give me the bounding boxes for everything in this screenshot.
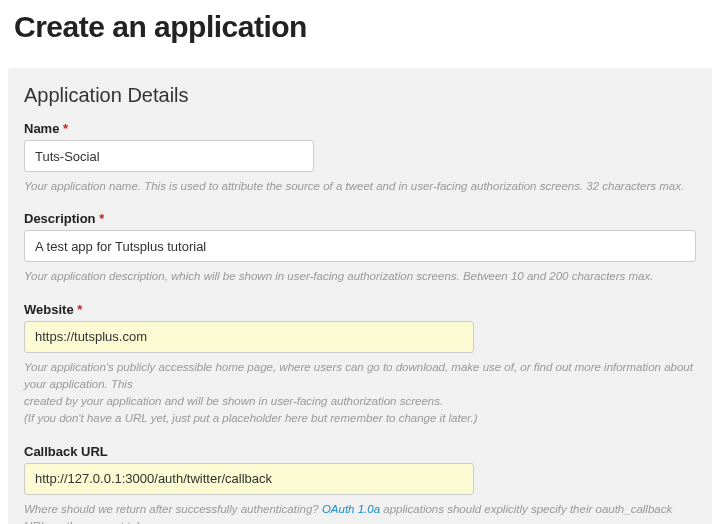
website-label-text: Website	[24, 302, 74, 317]
description-help: Your application description, which will…	[24, 268, 696, 285]
callback-help-pre: Where should we return after successfull…	[24, 503, 322, 515]
application-details-panel: Application Details Name * Your applicat…	[8, 68, 712, 524]
website-input[interactable]	[24, 321, 474, 353]
description-field: Description * Your application descripti…	[24, 211, 696, 285]
website-help: Your application's publicly accessible h…	[24, 359, 696, 428]
website-required-marker: *	[77, 302, 82, 317]
description-label-text: Description	[24, 211, 96, 226]
description-label: Description *	[24, 211, 696, 226]
website-help-line3: (If you don't have a URL yet, just put a…	[24, 410, 696, 427]
description-required-marker: *	[99, 211, 104, 226]
website-help-line1: Your application's publicly accessible h…	[24, 359, 696, 394]
name-required-marker: *	[63, 121, 68, 136]
name-field: Name * Your application name. This is us…	[24, 121, 696, 195]
oauth-link[interactable]: OAuth 1.0a	[322, 503, 380, 515]
description-input[interactable]	[24, 230, 696, 262]
website-help-line2: created by your application and will be …	[24, 393, 696, 410]
name-label-text: Name	[24, 121, 59, 136]
page-title: Create an application	[14, 10, 720, 44]
callback-help: Where should we return after successfull…	[24, 501, 696, 525]
website-label: Website *	[24, 302, 696, 317]
name-label: Name *	[24, 121, 696, 136]
website-field: Website * Your application's publicly ac…	[24, 302, 696, 428]
callback-field: Callback URL Where should we return afte…	[24, 444, 696, 525]
callback-label-text: Callback URL	[24, 444, 108, 459]
name-input[interactable]	[24, 140, 314, 172]
callback-label: Callback URL	[24, 444, 696, 459]
callback-help-line1: Where should we return after successfull…	[24, 501, 696, 525]
name-help: Your application name. This is used to a…	[24, 178, 696, 195]
panel-title: Application Details	[24, 84, 696, 107]
callback-input[interactable]	[24, 463, 474, 495]
